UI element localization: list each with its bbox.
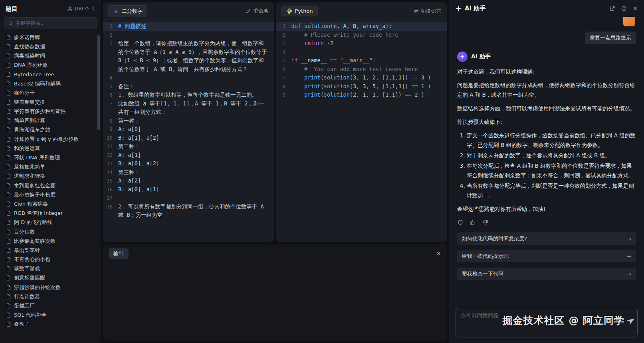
switch-language-button[interactable]: ⇄ 切换语言: [414, 8, 442, 15]
search-box[interactable]: [4, 17, 97, 29]
line-number: 11: [103, 142, 118, 151]
ai-suggestion[interactable]: 给我一些代码提示吧 →: [457, 250, 636, 262]
problem-list-item[interactable]: Bytedance Tree: [2, 70, 98, 79]
problem-list-item[interactable]: 拿到最多红包金额: [2, 181, 98, 190]
thumbs-up-icon[interactable]: [470, 219, 476, 226]
search-input[interactable]: [16, 20, 93, 26]
problem-list-item[interactable]: 环状 DNA 序列整理: [2, 153, 98, 162]
problem-list-item[interactable]: 比赛最高获胜次数: [2, 236, 98, 246]
problem-list-item[interactable]: 进制求和转换: [2, 172, 98, 181]
problem-item-label: 创意标题匹配: [14, 274, 45, 282]
output-close-icon[interactable]: ×: [436, 251, 441, 257]
problem-list-item[interactable]: 创意标题匹配: [2, 274, 98, 283]
share-icon[interactable]: [609, 6, 615, 12]
problem-list-item[interactable]: SQL 代码补全: [2, 311, 98, 320]
problem-list-item[interactable]: 字符串有多少种可能性: [2, 107, 98, 116]
thumbs-down-icon[interactable]: [482, 219, 488, 226]
line-content: print(solution(3, 1, 2, [1,1,1]) == 3 ): [291, 73, 447, 82]
center-column: 二分数字 重命名 1# 问题描述23给定一个数组，请你把数组里的数字分为两组，使…: [103, 0, 447, 343]
problem-list-item[interactable]: DNA 序列还原: [2, 61, 98, 70]
file-icon: [6, 118, 11, 123]
history-icon[interactable]: [621, 6, 627, 12]
description-line[interactable]: 11第二种：: [103, 142, 274, 151]
problem-list-item[interactable]: 链表聚集交换: [2, 97, 98, 107]
description-line[interactable]: 13B: a[0]、a[2]: [103, 159, 274, 168]
problem-list-item[interactable]: 青海湖租车之旅: [2, 125, 98, 135]
ai-input-box[interactable]: [456, 308, 638, 337]
problem-list-item[interactable]: 打点计数器: [2, 292, 98, 301]
problem-list-item[interactable]: 多米诺骨牌: [2, 33, 98, 42]
description-line[interactable]: 5备注：: [103, 82, 274, 91]
problem-list-item[interactable]: 计算位置 x 到 y 的最少步数: [2, 135, 98, 144]
file-icon: [6, 266, 11, 272]
code-line[interactable]: 1def solution(n, A, B, array_a):: [276, 22, 447, 31]
line-number: 16: [103, 185, 118, 194]
problem-count[interactable]: 共 100 个 ↑: [67, 6, 95, 12]
sidebar-scrollbar[interactable]: [97, 35, 100, 130]
description-line[interactable]: 10B: a[1]、a[2]: [103, 134, 274, 143]
problem-list-item[interactable]: Base32 编码和解码: [2, 79, 98, 88]
problem-list-item[interactable]: 百分位数: [2, 227, 98, 236]
ai-chat-scroll[interactable]: 需要一点思路提示 AI 助手 对于这道题，我们可以这样理解:问题是要把给定数组的…: [449, 17, 644, 303]
regenerate-icon[interactable]: [457, 219, 464, 226]
description-line[interactable]: 7比如数组 a 等于[1, 1, 1]，A 等于 1，B 等于 2，则一共有三组…: [103, 99, 274, 117]
code-line[interactable]: 8 print(solution(3, 3, 5, [1,1,1]) == 1 …: [276, 82, 447, 91]
file-icon: [6, 321, 11, 327]
line-number: 10: [103, 134, 118, 143]
description-editor[interactable]: 1# 问题描述23给定一个数组，请你把数组里的数字分为两组，使一组数字和的个位数…: [103, 20, 274, 242]
ai-suggestion[interactable]: 如何优化代码的时间复杂度? →: [457, 232, 636, 245]
ai-input-field[interactable]: [461, 312, 632, 333]
code-line[interactable]: 4: [276, 48, 447, 57]
problem-list-item[interactable]: 猫鱼分干: [2, 88, 98, 97]
file-icon: [6, 53, 11, 59]
problem-list-item[interactable]: 查找热点数据: [2, 42, 98, 51]
code-line[interactable]: 6 # You can add more test cases here: [276, 65, 447, 74]
description-line[interactable]: 1# 问题描述: [103, 22, 274, 31]
problem-list-item[interactable]: Cion 勒索病毒: [2, 199, 98, 208]
problem-list-item[interactable]: 和的逆运算: [2, 144, 98, 153]
problem-title-button[interactable]: 二分数字: [108, 5, 147, 17]
description-line[interactable]: 2: [103, 31, 274, 40]
description-line[interactable]: 61. 数组里的数字可以相等，但每个数字都是独一无二的。: [103, 91, 274, 99]
problem-list-item[interactable]: 穿越沙漠的补给次数: [2, 283, 98, 292]
problem-list-item[interactable]: 病毒感染时间: [2, 51, 98, 60]
description-line[interactable]: 4: [103, 73, 274, 82]
problem-list-item[interactable]: 简单四则计算: [2, 116, 98, 125]
description-line[interactable]: 15A: a[2]: [103, 176, 274, 185]
ai-close-icon[interactable]: ×: [632, 6, 638, 12]
description-line[interactable]: 3给定一个数组，请你把数组里的数字分为两组，使一组数字和的个位数等于 A（1 ≤…: [103, 39, 274, 73]
description-line[interactable]: 9A: a[0]: [103, 125, 274, 134]
output-tab[interactable]: 输出: [109, 248, 129, 259]
description-line[interactable]: 182. 可以将所有数字都划分到同一组，使其和的个位数等于 A 或 B；另一组为…: [103, 202, 274, 220]
file-icon: [6, 164, 11, 170]
code-editor[interactable]: 1def solution(n, A, B, array_a):2 # Plea…: [276, 20, 447, 242]
description-line[interactable]: 12A: a[1]: [103, 151, 274, 160]
description-line[interactable]: 17: [103, 194, 274, 202]
problem-list-item[interactable]: RGB 色值转 Integer: [2, 209, 98, 218]
ai-suggestion[interactable]: 帮我检查一下代码 →: [457, 268, 636, 280]
line-number: 1: [103, 22, 118, 31]
description-line[interactable]: 16B: a[0]、a[1]: [103, 185, 274, 194]
problem-item-label: Bytedance Tree: [14, 71, 54, 77]
code-line[interactable]: 2 # Please write your code here: [276, 31, 447, 40]
ai-panel-title-wrap: AI 助手: [456, 5, 485, 12]
sort-ascending-icon[interactable]: ↑: [91, 6, 95, 12]
code-line[interactable]: 7 print(solution(3, 1, 2, [1,1,1]) == 3 …: [276, 73, 447, 82]
rename-button[interactable]: 重命名: [246, 8, 269, 15]
problem-list-item[interactable]: 蛋糕工厂: [2, 301, 98, 310]
code-line[interactable]: 5if __name__ == "__main__":: [276, 56, 447, 65]
problem-list-item[interactable]: 阿 D 的飞行路线: [2, 218, 98, 227]
language-button[interactable]: Python: [281, 6, 318, 16]
description-line[interactable]: 8第一种：: [103, 117, 274, 125]
problem-list-item[interactable]: 猜数字游戏: [2, 264, 98, 274]
problem-list-item[interactable]: 及格如此简单: [2, 163, 98, 172]
problem-list-item[interactable]: 不再贪心的小包: [2, 255, 98, 264]
description-line[interactable]: 14第三种：: [103, 168, 274, 177]
problem-list-item[interactable]: 叠盘子: [2, 320, 98, 329]
code-line[interactable]: 9 print(solution(2, 1, 1, [1,1]) == 2 ): [276, 91, 447, 99]
problem-item-label: SQL 代码补全: [14, 311, 47, 319]
code-line[interactable]: 3 return -2: [276, 39, 447, 48]
problem-list-item[interactable]: 最小替换子串长度: [2, 190, 98, 199]
problem-list-item[interactable]: 暴雨梨花针: [2, 246, 98, 255]
line-number: 17: [103, 194, 118, 202]
